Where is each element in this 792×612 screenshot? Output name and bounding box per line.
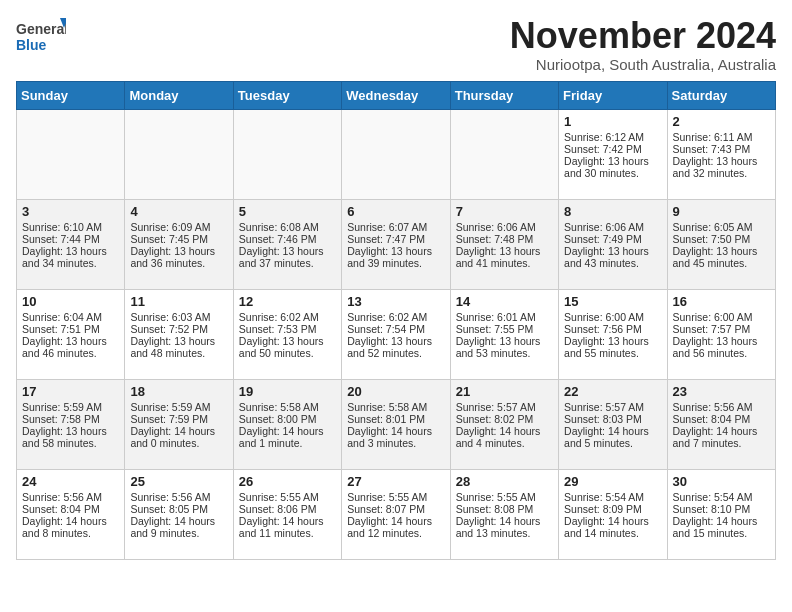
day-info: Sunrise: 6:12 AM — [564, 131, 661, 143]
day-number: 17 — [22, 384, 119, 399]
day-info: Sunrise: 5:59 AM — [22, 401, 119, 413]
day-info: Daylight: 13 hours and 34 minutes. — [22, 245, 119, 269]
calendar-cell — [125, 109, 233, 199]
calendar-cell: 26Sunrise: 5:55 AMSunset: 8:06 PMDayligh… — [233, 469, 341, 559]
day-info: Daylight: 14 hours and 0 minutes. — [130, 425, 227, 449]
day-number: 27 — [347, 474, 444, 489]
day-info: Daylight: 14 hours and 9 minutes. — [130, 515, 227, 539]
calendar-cell: 5Sunrise: 6:08 AMSunset: 7:46 PMDaylight… — [233, 199, 341, 289]
day-number: 6 — [347, 204, 444, 219]
day-number: 20 — [347, 384, 444, 399]
day-number: 10 — [22, 294, 119, 309]
title-block: November 2024 Nuriootpa, South Australia… — [510, 16, 776, 73]
day-info: Sunset: 7:47 PM — [347, 233, 444, 245]
day-number: 21 — [456, 384, 553, 399]
day-number: 26 — [239, 474, 336, 489]
day-number: 30 — [673, 474, 770, 489]
day-number: 19 — [239, 384, 336, 399]
day-info: Sunset: 7:54 PM — [347, 323, 444, 335]
day-info: Sunset: 7:43 PM — [673, 143, 770, 155]
calendar-cell: 27Sunrise: 5:55 AMSunset: 8:07 PMDayligh… — [342, 469, 450, 559]
day-info: Sunset: 7:52 PM — [130, 323, 227, 335]
day-info: Sunrise: 6:00 AM — [564, 311, 661, 323]
calendar-cell — [17, 109, 125, 199]
day-info: Sunrise: 5:57 AM — [564, 401, 661, 413]
day-number: 5 — [239, 204, 336, 219]
day-info: Sunset: 7:45 PM — [130, 233, 227, 245]
day-info: Sunset: 7:53 PM — [239, 323, 336, 335]
day-info: Daylight: 14 hours and 1 minute. — [239, 425, 336, 449]
calendar-cell: 10Sunrise: 6:04 AMSunset: 7:51 PMDayligh… — [17, 289, 125, 379]
day-info: Sunrise: 5:56 AM — [22, 491, 119, 503]
day-info: Sunset: 7:48 PM — [456, 233, 553, 245]
calendar-cell: 28Sunrise: 5:55 AMSunset: 8:08 PMDayligh… — [450, 469, 558, 559]
day-info: Sunrise: 6:01 AM — [456, 311, 553, 323]
day-info: Daylight: 13 hours and 41 minutes. — [456, 245, 553, 269]
day-number: 2 — [673, 114, 770, 129]
day-info: Daylight: 13 hours and 43 minutes. — [564, 245, 661, 269]
calendar-cell — [233, 109, 341, 199]
day-number: 12 — [239, 294, 336, 309]
day-info: Sunset: 7:44 PM — [22, 233, 119, 245]
day-info: Sunrise: 6:10 AM — [22, 221, 119, 233]
calendar-cell: 6Sunrise: 6:07 AMSunset: 7:47 PMDaylight… — [342, 199, 450, 289]
day-number: 22 — [564, 384, 661, 399]
day-number: 3 — [22, 204, 119, 219]
calendar-cell: 21Sunrise: 5:57 AMSunset: 8:02 PMDayligh… — [450, 379, 558, 469]
day-info: Daylight: 13 hours and 56 minutes. — [673, 335, 770, 359]
day-info: Sunrise: 6:06 AM — [564, 221, 661, 233]
calendar-cell: 22Sunrise: 5:57 AMSunset: 8:03 PMDayligh… — [559, 379, 667, 469]
day-info: Daylight: 14 hours and 14 minutes. — [564, 515, 661, 539]
day-info: Sunrise: 5:56 AM — [673, 401, 770, 413]
day-info: Sunset: 8:02 PM — [456, 413, 553, 425]
day-info: Sunset: 8:06 PM — [239, 503, 336, 515]
day-info: Daylight: 13 hours and 46 minutes. — [22, 335, 119, 359]
calendar-cell: 3Sunrise: 6:10 AMSunset: 7:44 PMDaylight… — [17, 199, 125, 289]
day-info: Sunrise: 5:55 AM — [347, 491, 444, 503]
day-number: 15 — [564, 294, 661, 309]
day-info: Daylight: 14 hours and 5 minutes. — [564, 425, 661, 449]
day-info: Daylight: 14 hours and 11 minutes. — [239, 515, 336, 539]
day-info: Daylight: 14 hours and 7 minutes. — [673, 425, 770, 449]
calendar-cell: 7Sunrise: 6:06 AMSunset: 7:48 PMDaylight… — [450, 199, 558, 289]
calendar-cell: 18Sunrise: 5:59 AMSunset: 7:59 PMDayligh… — [125, 379, 233, 469]
day-info: Sunset: 8:09 PM — [564, 503, 661, 515]
day-info: Sunset: 8:08 PM — [456, 503, 553, 515]
calendar-cell — [450, 109, 558, 199]
calendar-cell — [342, 109, 450, 199]
day-info: Daylight: 14 hours and 8 minutes. — [22, 515, 119, 539]
day-info: Sunrise: 6:11 AM — [673, 131, 770, 143]
day-info: Sunrise: 6:06 AM — [456, 221, 553, 233]
day-info: Sunrise: 6:05 AM — [673, 221, 770, 233]
day-number: 29 — [564, 474, 661, 489]
page-header: General Blue November 2024 Nuriootpa, So… — [16, 16, 776, 73]
day-info: Sunset: 7:42 PM — [564, 143, 661, 155]
day-number: 18 — [130, 384, 227, 399]
calendar-cell: 8Sunrise: 6:06 AMSunset: 7:49 PMDaylight… — [559, 199, 667, 289]
day-number: 23 — [673, 384, 770, 399]
day-info: Sunrise: 6:09 AM — [130, 221, 227, 233]
day-info: Sunset: 7:58 PM — [22, 413, 119, 425]
day-info: Sunrise: 6:07 AM — [347, 221, 444, 233]
day-number: 25 — [130, 474, 227, 489]
day-info: Daylight: 13 hours and 53 minutes. — [456, 335, 553, 359]
col-header-thursday: Thursday — [450, 81, 558, 109]
day-number: 9 — [673, 204, 770, 219]
calendar-cell: 30Sunrise: 5:54 AMSunset: 8:10 PMDayligh… — [667, 469, 775, 559]
col-header-saturday: Saturday — [667, 81, 775, 109]
day-info: Sunset: 7:50 PM — [673, 233, 770, 245]
col-header-sunday: Sunday — [17, 81, 125, 109]
day-info: Sunrise: 5:55 AM — [456, 491, 553, 503]
day-info: Daylight: 14 hours and 3 minutes. — [347, 425, 444, 449]
day-number: 8 — [564, 204, 661, 219]
day-info: Sunrise: 6:04 AM — [22, 311, 119, 323]
day-info: Sunset: 8:00 PM — [239, 413, 336, 425]
day-number: 14 — [456, 294, 553, 309]
day-number: 1 — [564, 114, 661, 129]
month-title: November 2024 — [510, 16, 776, 56]
day-info: Sunset: 8:03 PM — [564, 413, 661, 425]
day-info: Sunset: 7:57 PM — [673, 323, 770, 335]
calendar-cell: 1Sunrise: 6:12 AMSunset: 7:42 PMDaylight… — [559, 109, 667, 199]
calendar-cell: 17Sunrise: 5:59 AMSunset: 7:58 PMDayligh… — [17, 379, 125, 469]
day-info: Sunrise: 5:58 AM — [347, 401, 444, 413]
